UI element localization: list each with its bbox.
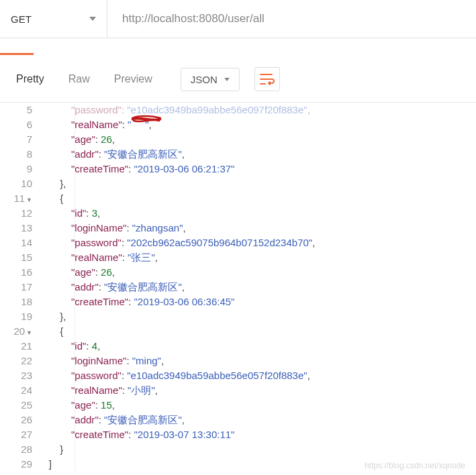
url-input[interactable] xyxy=(107,0,476,38)
wrap-lines-button[interactable] xyxy=(254,67,280,91)
json-value: 2019-03-06 06:36:45 xyxy=(138,296,231,307)
json-value: ming xyxy=(136,355,158,366)
json-value: 安徽合肥高新区 xyxy=(107,281,178,293)
code-content[interactable]: "password": "e10adc3949ba99abbe56e097f20… xyxy=(38,103,476,472)
json-value: 2019-03-07 13:30:11 xyxy=(138,429,231,440)
json-key: addr xyxy=(75,148,95,160)
json-key: realName xyxy=(75,384,118,396)
line-gutter: 5678910 11▼ 1213141516171819 20▼ 2122232… xyxy=(0,103,38,472)
json-key: addr xyxy=(75,281,95,293)
json-value: 安徽合肥高新区 xyxy=(107,148,178,160)
json-key: createTime xyxy=(75,163,124,174)
json-value: 小明 xyxy=(131,384,151,396)
tab-raw[interactable]: Raw xyxy=(56,68,102,91)
watermark: https://blog.csdn.net/xqnode xyxy=(365,461,465,470)
json-key: password xyxy=(75,237,117,248)
wrap-lines-icon xyxy=(260,73,275,85)
tab-pretty[interactable]: Pretty xyxy=(4,68,56,91)
json-key: age xyxy=(75,134,91,145)
fold-guide xyxy=(75,103,75,472)
json-key: password xyxy=(75,104,117,115)
json-value: 15 xyxy=(101,399,112,411)
tab-preview[interactable]: Preview xyxy=(102,68,164,91)
request-bar: GET xyxy=(0,0,476,38)
json-key: loginName xyxy=(75,355,123,366)
json-key: id xyxy=(75,207,83,219)
redacted-value xyxy=(131,118,145,133)
json-value: 安徽合肥高新区 xyxy=(107,414,178,425)
format-dropdown[interactable]: JSON xyxy=(181,68,240,91)
json-key: createTime xyxy=(75,429,124,440)
caret-down-icon xyxy=(89,17,96,21)
caret-down-icon xyxy=(224,78,230,81)
format-label: JSON xyxy=(191,74,218,85)
json-key: realName xyxy=(75,252,118,263)
json-key: addr xyxy=(75,414,95,425)
response-view-tabs: Pretty Raw Preview JSON xyxy=(0,55,476,103)
json-value: 张三 xyxy=(131,252,151,263)
json-value: 3 xyxy=(92,207,97,219)
json-value: 2019-03-06 06:21:37 xyxy=(138,163,231,174)
response-body: 5678910 11▼ 1213141516171819 20▼ 2122232… xyxy=(0,103,476,472)
json-key: realName xyxy=(75,119,118,130)
json-value: 26 xyxy=(101,266,112,278)
json-key: age xyxy=(75,399,91,411)
json-value: 4 xyxy=(92,340,97,352)
json-value: e10adc3949ba59abbe56e057f20f883e xyxy=(131,370,304,381)
redaction-mark-icon xyxy=(131,114,162,125)
json-value: zhangsan xyxy=(136,222,179,233)
json-key: age xyxy=(75,266,91,278)
json-key: loginName xyxy=(75,222,123,233)
json-value: 202cb962ac59075b964b07152d234b70 xyxy=(131,237,309,248)
http-method-dropdown[interactable]: GET xyxy=(0,0,107,38)
json-key: createTime xyxy=(75,296,124,307)
http-method-label: GET xyxy=(11,13,32,25)
json-key: password xyxy=(75,370,117,381)
json-value: 26 xyxy=(101,134,112,145)
json-key: id xyxy=(75,340,83,352)
